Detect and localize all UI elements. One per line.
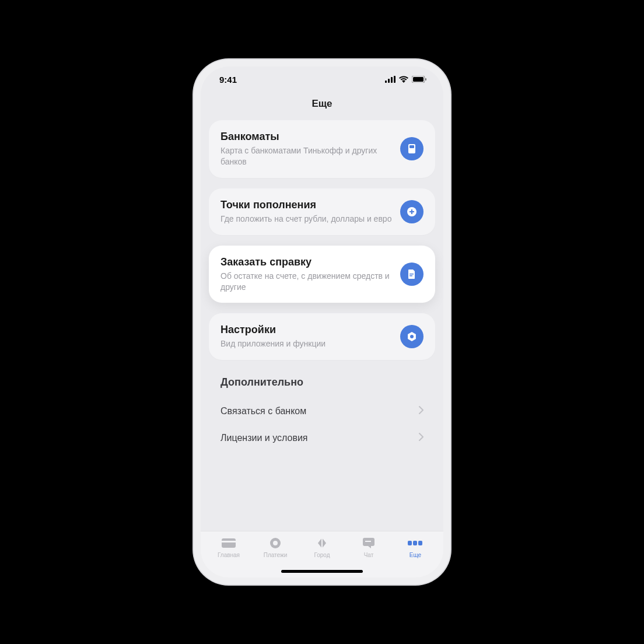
row-label: Лицензии и условия <box>220 433 308 443</box>
svg-rect-21 <box>365 541 371 542</box>
city-icon <box>314 536 330 550</box>
svg-rect-16 <box>222 538 236 548</box>
battery-icon <box>412 76 427 83</box>
cellular-signal-icon <box>385 76 396 83</box>
svg-rect-13 <box>410 275 412 276</box>
svg-rect-22 <box>408 541 412 545</box>
more-icon <box>407 536 424 550</box>
payments-icon <box>267 536 284 550</box>
card-title: Точки пополнения <box>220 199 392 211</box>
plus-circle-icon <box>400 200 424 223</box>
card-subtitle: Где положить на счет рубли, доллары и ев… <box>220 214 392 225</box>
additional-section: Дополнительно Связаться с банком Лицензи… <box>209 370 435 452</box>
tab-payments[interactable]: Платежи <box>252 536 299 558</box>
card-order-doc[interactable]: Заказать справку Об остатке на счете, с … <box>209 246 435 303</box>
svg-rect-17 <box>222 541 236 542</box>
chat-icon <box>360 536 377 550</box>
card-title: Банкоматы <box>220 131 392 143</box>
svg-rect-23 <box>413 541 417 545</box>
status-bar: 9:41 <box>201 66 443 92</box>
svg-rect-8 <box>410 145 414 148</box>
home-indicator[interactable] <box>281 570 363 573</box>
tab-label: Еще <box>410 552 421 558</box>
tab-label: Город <box>314 552 330 558</box>
card-title: Заказать справку <box>220 256 392 268</box>
svg-rect-24 <box>418 541 422 545</box>
tab-city[interactable]: Город <box>299 536 345 558</box>
tab-label: Чат <box>364 552 374 558</box>
chevron-right-icon <box>419 406 424 416</box>
svg-rect-11 <box>410 211 414 212</box>
document-icon <box>400 262 424 286</box>
card-settings[interactable]: Настройки Вид приложения и функции <box>209 313 435 360</box>
screen: 9:41 Еще Банкоматы Карта с банкоматами Т… <box>201 66 443 578</box>
card-atms[interactable]: Банкоматы Карта с банкоматами Тинькофф и… <box>209 120 435 178</box>
card-topup[interactable]: Точки пополнения Где положить на счет ру… <box>209 188 435 235</box>
page-title: Еще <box>201 92 443 120</box>
phone-frame: 9:41 Еще Банкоматы Карта с банкоматами Т… <box>194 60 450 584</box>
svg-rect-6 <box>425 78 426 80</box>
tab-home[interactable]: Главная <box>205 536 252 558</box>
card-icon <box>220 536 237 550</box>
svg-rect-5 <box>413 77 424 82</box>
status-indicators <box>385 76 427 83</box>
status-time: 9:41 <box>219 75 237 85</box>
svg-rect-3 <box>394 76 396 83</box>
svg-rect-12 <box>410 274 414 275</box>
card-subtitle: Вид приложения и функции <box>220 338 392 349</box>
atm-icon <box>400 137 424 160</box>
svg-rect-2 <box>391 77 393 83</box>
tab-label: Главная <box>218 552 240 558</box>
card-title: Настройки <box>220 324 392 336</box>
tab-chat[interactable]: Чат <box>345 536 392 558</box>
row-licenses[interactable]: Лицензии и условия <box>212 425 432 452</box>
row-label: Связаться с банком <box>220 406 306 416</box>
svg-rect-0 <box>385 80 387 83</box>
tab-label: Платежи <box>264 552 288 558</box>
svg-rect-1 <box>388 79 390 83</box>
card-subtitle: Карта с банкоматами Тинькофф и других ба… <box>220 145 392 167</box>
svg-point-19 <box>273 541 278 545</box>
card-subtitle: Об остатке на счете, с движением средств… <box>220 271 392 293</box>
content: Банкоматы Карта с банкоматами Тинькофф и… <box>201 120 443 531</box>
row-contact-bank[interactable]: Связаться с банком <box>212 398 432 425</box>
chevron-right-icon <box>419 433 424 443</box>
tab-more[interactable]: Еще <box>392 536 439 558</box>
gear-icon <box>400 325 424 348</box>
section-title: Дополнительно <box>212 370 432 398</box>
wifi-icon <box>399 76 408 83</box>
svg-point-15 <box>410 335 414 338</box>
